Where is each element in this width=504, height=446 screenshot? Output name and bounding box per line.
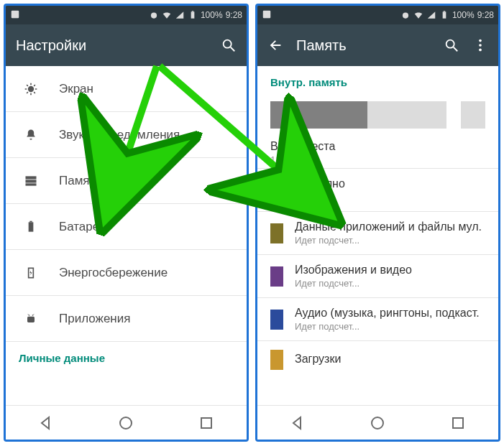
- header: Память: [257, 24, 498, 66]
- screenshot-icon: [10, 9, 20, 19]
- svg-rect-10: [29, 222, 34, 231]
- nav-back[interactable]: [37, 414, 55, 432]
- alarm-icon: [149, 10, 159, 20]
- power-icon: [19, 266, 43, 280]
- nav-home[interactable]: [369, 414, 386, 432]
- svg-line-23: [454, 47, 458, 52]
- settings-list: Экран Звуки и уведомления Память Батарея…: [6, 66, 247, 370]
- svg-point-25: [479, 44, 482, 47]
- svg-rect-28: [453, 418, 463, 428]
- nav-recent[interactable]: [198, 414, 215, 432]
- row-sub: 6,63 ГБ: [295, 192, 345, 203]
- bell-icon: [19, 128, 43, 142]
- more-icon[interactable]: [472, 37, 488, 53]
- battery-icon: [188, 10, 198, 20]
- settings-item-label: Энергосбережение: [59, 266, 168, 280]
- storage-icon: [19, 174, 43, 188]
- search-icon[interactable]: [444, 37, 459, 53]
- swatch: [270, 266, 283, 287]
- total-value: 11,99 ГБ: [270, 154, 485, 165]
- svg-rect-3: [192, 11, 193, 11]
- settings-item-apps[interactable]: Приложения: [6, 296, 247, 342]
- svg-rect-20: [443, 11, 446, 18]
- svg-rect-8: [26, 180, 37, 182]
- svg-point-27: [372, 417, 383, 429]
- storage-row-images[interactable]: Изображения и видео Идет подсчет...: [257, 254, 498, 297]
- battery-icon: [19, 220, 43, 234]
- svg-point-24: [479, 40, 482, 42]
- svg-point-19: [403, 13, 408, 19]
- page-title: Память: [296, 37, 431, 54]
- swatch: [270, 310, 283, 330]
- row-label: Доступно: [295, 177, 345, 190]
- svg-rect-13: [27, 316, 35, 322]
- svg-rect-18: [263, 10, 271, 18]
- battery-pct: 100%: [452, 10, 475, 20]
- swatch: [270, 180, 283, 200]
- settings-item-label: Память: [59, 174, 101, 188]
- display-icon: [19, 82, 43, 96]
- svg-point-1: [151, 13, 157, 19]
- wifi-icon: [413, 10, 423, 20]
- storage-row-audio[interactable]: Аудио (музыка, рингтоны, подкаст. Идет п…: [257, 297, 498, 340]
- svg-point-6: [28, 85, 34, 91]
- alarm-icon: [400, 10, 411, 20]
- wifi-icon: [162, 10, 172, 20]
- nav-home[interactable]: [117, 414, 134, 432]
- nav-bar: [257, 405, 498, 440]
- clock: 9:28: [477, 10, 494, 20]
- storage-row-downloads[interactable]: Загрузки: [257, 340, 498, 378]
- android-icon: [19, 312, 43, 326]
- battery-pct: 100%: [201, 10, 223, 20]
- settings-item-display[interactable]: Экран: [6, 66, 247, 112]
- settings-item-label: Звуки и уведомления: [59, 128, 180, 142]
- screenshot-icon: [262, 9, 272, 19]
- search-icon[interactable]: [221, 37, 237, 53]
- row-label: Изображения и видео: [295, 264, 412, 277]
- section-personal: Личные данные: [6, 342, 247, 370]
- svg-line-5: [231, 47, 235, 52]
- settings-item-sound[interactable]: Звуки и уведомления: [6, 112, 247, 158]
- battery-icon: [439, 10, 449, 20]
- row-sub: Идет подсчет...: [295, 235, 482, 246]
- row-sub: Идет подсчет...: [295, 321, 480, 332]
- svg-point-22: [446, 40, 454, 48]
- back-icon[interactable]: [267, 37, 283, 53]
- row-label: Загрузки: [295, 353, 341, 366]
- phone-settings: 100% 9:28 Настройки Экран Звуки и уведом…: [4, 4, 249, 442]
- storage-bar: [257, 94, 498, 137]
- section-internal: Внутр. память: [257, 66, 498, 94]
- settings-item-label: Батарея: [59, 220, 106, 234]
- row-label: Данные приложений и файлы мул.: [295, 220, 482, 233]
- settings-item-storage[interactable]: Память: [6, 158, 247, 204]
- signal-icon: [175, 10, 185, 20]
- status-bar: 100% 9:28: [6, 6, 247, 24]
- svg-rect-9: [26, 183, 37, 185]
- svg-point-26: [479, 49, 482, 52]
- nav-recent[interactable]: [449, 414, 467, 432]
- settings-item-power[interactable]: Энергосбережение: [6, 250, 247, 296]
- swatch: [270, 223, 283, 243]
- storage-row-apps[interactable]: Данные приложений и файлы мул. Идет подс…: [257, 211, 498, 254]
- svg-rect-17: [201, 418, 211, 428]
- phone-storage: 100% 9:28 Память Внутр. память Всего мес…: [255, 4, 500, 442]
- header: Настройки: [6, 24, 247, 66]
- storage-row-available[interactable]: Доступно 6,63 ГБ: [257, 168, 498, 211]
- signal-icon: [426, 10, 436, 20]
- svg-rect-2: [191, 11, 195, 18]
- row-label: Аудио (музыка, рингтоны, подкаст.: [295, 307, 480, 320]
- svg-rect-11: [29, 220, 32, 222]
- page-title: Настройки: [16, 37, 208, 54]
- clock: 9:28: [226, 10, 242, 20]
- svg-rect-0: [12, 10, 19, 18]
- settings-item-label: Экран: [59, 82, 93, 96]
- svg-rect-21: [444, 11, 445, 11]
- swatch: [270, 350, 283, 370]
- nav-back[interactable]: [289, 414, 306, 432]
- storage-total: Всего места 11,99 ГБ: [257, 137, 498, 168]
- settings-item-label: Приложения: [59, 312, 130, 326]
- settings-item-battery[interactable]: Батарея: [6, 204, 247, 250]
- row-sub: Идет подсчет...: [295, 278, 412, 289]
- status-bar: 100% 9:28: [257, 6, 498, 24]
- svg-point-16: [120, 417, 132, 429]
